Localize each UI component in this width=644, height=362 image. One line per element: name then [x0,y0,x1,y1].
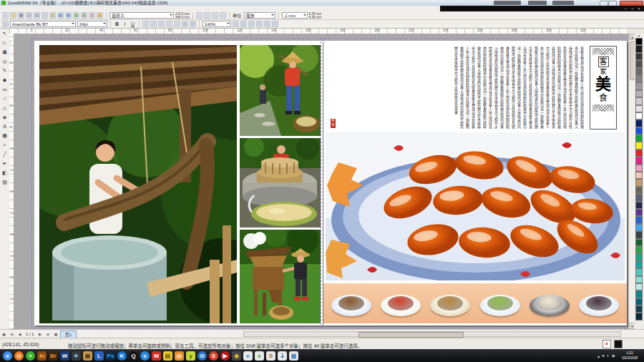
save-icon[interactable] [18,12,24,19]
palette-swatch[interactable] [635,105,643,112]
taskbar-icon-bird-app[interactable]: y [186,351,195,361]
dish-black-bowls-custard[interactable] [529,288,570,319]
pick-tool[interactable]: ↖ [1,29,9,38]
all-pages-icon[interactable] [212,12,218,19]
palette-swatch[interactable] [635,179,643,186]
taskbar-icon-360-browser[interactable]: S [209,351,218,361]
palette-swatch[interactable] [635,119,643,127]
document-page-right[interactable]: 客家美食源远流长客家人依山而居就地取材粗料精做蒸炒煎酿自成一格糍粑香糯酿豆腐鲜嫩… [323,41,627,326]
application-launcher-icon[interactable] [89,12,95,19]
import-icon[interactable] [73,12,79,19]
text-tool[interactable]: A [1,122,9,131]
palette-swatch[interactable] [635,150,643,157]
palette-swatch[interactable] [635,298,643,305]
photo-stone-mill-woman-large[interactable] [39,45,237,323]
horizontal-scrollbar[interactable] [243,331,621,337]
taskbar-icon-blue-app[interactable]: L [94,351,104,361]
dish-bamboo-steamer-rolls[interactable] [429,288,471,319]
table-tool[interactable]: ▦ [1,132,9,140]
palette-swatch[interactable] [635,97,643,104]
tray-icon[interactable]: ⚑ [612,353,615,358]
page-nav-button[interactable]: ≪ [8,331,16,338]
photo-winnowing-machine[interactable] [240,230,321,323]
palette-swatch[interactable] [635,283,643,290]
taskbar-icon-mail-m[interactable]: M [152,351,161,361]
vertical-text-icon[interactable] [190,21,196,27]
italic-button[interactable]: I [122,21,128,27]
interactive-fill-tool[interactable]: ▨ [1,178,9,187]
page-nav-button[interactable]: ◀ [16,331,24,338]
overlay-window-controls[interactable]: — □ ✕ [624,6,642,11]
zoom-all-objects-icon[interactable] [256,21,263,27]
photo-candied-slices-blue-plate[interactable] [326,132,625,280]
paste-icon[interactable] [49,12,56,19]
nudge-field[interactable]: .1 mm [282,12,308,19]
palette-swatch[interactable] [635,127,643,134]
palette-swatch[interactable] [635,90,643,97]
new-document-icon[interactable] [2,12,9,19]
taskbar-icon-qq-penguin[interactable]: Q [129,351,138,361]
palette-swatch[interactable] [635,45,643,52]
welcome-screen-icon[interactable] [97,12,103,19]
underline-button[interactable]: U [130,21,136,27]
page-nav-button[interactable]: ≫ [44,331,52,338]
palette-swatch[interactable] [635,112,643,119]
horizontal-scroll-thumb[interactable] [358,332,464,338]
rectangle-tool[interactable]: ▭ [1,85,9,94]
title-box-hakka-cuisine[interactable]: 客 家 美 食 [590,46,617,129]
cut-icon[interactable] [34,12,40,19]
zoom-tool[interactable]: ◎ [1,57,9,66]
dish-green-stuffed-dumplings[interactable] [479,288,521,319]
units-combo[interactable]: 毫米 [244,12,275,19]
character-formatting-icon[interactable] [166,21,172,27]
undo-icon[interactable] [57,12,64,19]
font-name-combo[interactable]: AvantGarde Bk BT [10,21,76,27]
tray-icon[interactable]: ◐ [607,353,610,358]
palette-swatch[interactable] [635,313,643,320]
font-size-combo[interactable]: 24pt [77,21,107,27]
outline-color-indicator[interactable]: ■ [614,340,623,348]
palette-swatch[interactable] [635,142,643,149]
taskbar-icon-quick-ie[interactable]: e [243,351,253,361]
palette-swatch[interactable] [635,290,643,298]
shape-tool[interactable]: ▷ [1,39,9,47]
redo-icon[interactable] [65,12,72,19]
taskbar-icon-browser-globe[interactable]: e [3,351,12,361]
palette-swatch[interactable] [635,60,643,67]
taskbar-icon-quick-download[interactable]: ⇣ [278,351,287,361]
taskbar-icon-dark-gold[interactable]: ◆ [232,351,241,361]
taskbar-clock[interactable]: 1:21 2013/2/28 [617,351,643,361]
palette-swatch[interactable] [635,224,643,231]
taskbar-icon-quick-green-e[interactable]: e [255,351,264,361]
palette-swatch[interactable] [635,172,643,179]
horizontal-alignment-icon[interactable] [142,21,149,27]
taskbar-icon-notes[interactable]: ▤ [163,351,172,361]
palette-swatch[interactable] [635,165,643,172]
drawing-canvas[interactable]: 客家美食源远流长客家人依山而居就地取材粗料精做蒸炒煎酿自成一格糍粑香糯酿豆腐鲜嫩… [14,34,628,329]
bullet-list-icon[interactable] [150,21,157,27]
page-tab[interactable]: 页1 [60,331,77,338]
smart-fill-tool[interactable]: ◆ [1,76,9,84]
tray-icon[interactable]: ▴ [597,353,600,358]
palette-swatch[interactable] [635,305,643,313]
calligraphy-text-block[interactable]: 客家美食源远流长客家人依山而居就地取材粗料精做蒸炒煎酿自成一格糍粑香糯酿豆腐鲜嫩… [329,44,621,132]
fill-color-indicator[interactable]: ✕ [602,340,611,348]
palette-swatch[interactable] [635,231,643,238]
print-icon[interactable] [26,12,32,19]
landscape-icon[interactable] [204,12,210,19]
taskbar-icon-green-security[interactable]: + [26,351,35,361]
taskbar-icon-globe-blue[interactable]: G [197,351,207,361]
duplicate-distance-fields[interactable]: 6.35 mm6.35 mm [309,12,322,19]
page-nav-button[interactable]: ▣ [0,331,8,338]
crop-tool[interactable]: ▣ [1,48,9,57]
palette-swatch[interactable] [635,75,643,82]
dish-braised-pork-plate[interactable] [331,288,372,319]
palette-swatch[interactable] [635,53,643,60]
palette-swatch[interactable] [635,157,643,164]
zoom-page-icon[interactable] [264,21,270,27]
palette-swatch[interactable] [635,253,643,260]
palette-swatch[interactable] [635,38,643,45]
eyedropper-tool[interactable]: ╱ [1,150,9,159]
taskbar-icon-illustrator[interactable]: Ai [37,351,47,361]
taskbar-icon-mail-orange[interactable]: @ [175,351,184,361]
